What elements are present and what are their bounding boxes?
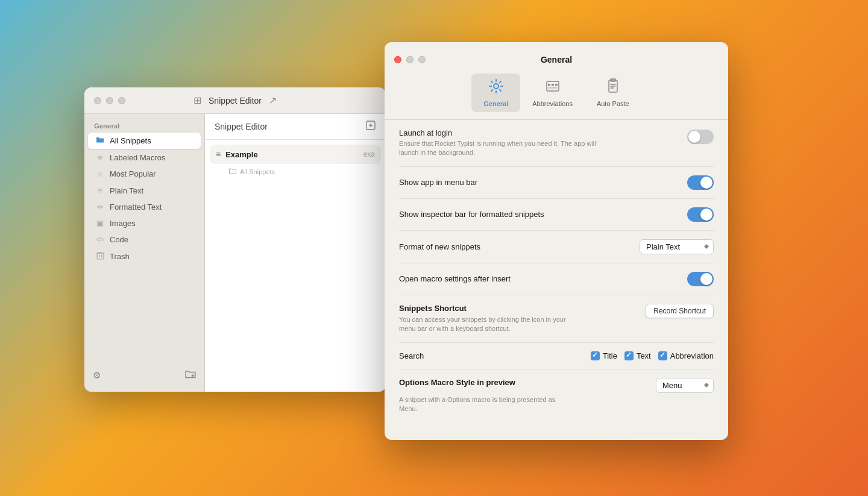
- sidebar-item-formatted-text[interactable]: ✏ Formatted Text: [88, 199, 201, 215]
- format-new-snippets-select[interactable]: Plain Text Formatted Text Code: [640, 239, 714, 254]
- format-new-snippets-label: Format of new snippets: [399, 242, 480, 251]
- launch-at-login-description: Ensure that Rocket Typist is running whe…: [399, 139, 616, 158]
- sidebar-item-labeled-macros[interactable]: ✳ Labeled Macros: [88, 150, 201, 165]
- show-inspector-bar-toggle[interactable]: [687, 207, 714, 222]
- prefs-traffic-lights: [394, 56, 426, 63]
- tag-icon: ✳: [95, 154, 105, 162]
- sidebar-item-images[interactable]: ▣ Images: [88, 216, 201, 231]
- prefs-titlebar: General: [385, 42, 728, 69]
- sidebar-item-code[interactable]: </> Code: [88, 232, 201, 247]
- sidebar-toggle-icon[interactable]: ⊞: [193, 95, 201, 106]
- options-macro-select[interactable]: Menu Inline Dropdown: [656, 378, 714, 393]
- tab-abbreviations-label: Abbreviations: [532, 100, 573, 107]
- sidebar-footer: ⚙: [84, 363, 204, 387]
- launch-at-login-toggle[interactable]: [687, 130, 714, 144]
- launch-at-login-slider: [687, 130, 714, 144]
- search-label: Search: [399, 351, 424, 360]
- prefs-close-button[interactable]: [394, 56, 401, 63]
- snippet-traffic-lights: [94, 97, 125, 104]
- sidebar-item-label-most-popular: Most Popular: [110, 169, 156, 178]
- sidebar-item-trash[interactable]: Trash: [88, 248, 201, 265]
- search-text-option[interactable]: Text: [624, 351, 651, 360]
- prefs-title: General: [541, 55, 572, 64]
- tab-abbreviations[interactable]: Abbreviations: [520, 74, 585, 112]
- format-new-snippets-row: Format of new snippets Plain Text Format…: [399, 231, 714, 263]
- star-icon: ☆: [95, 169, 105, 178]
- plain-text-icon: ≡: [95, 186, 105, 195]
- formatted-text-icon: ✏: [95, 202, 105, 212]
- snippet-item-abbr: exa: [363, 150, 375, 159]
- open-macro-settings-row: Open macro settings after insert: [399, 263, 714, 295]
- snippets-shortcut-description: You can access your snippets by clicking…: [399, 315, 568, 334]
- search-options: Title Text Abbreviation: [591, 351, 714, 360]
- snippet-editor-window: ⊞ Snippet Editor ↗ General All Snippets …: [84, 87, 386, 392]
- sidebar-item-label-formatted-text: Formatted Text: [110, 202, 162, 212]
- search-text-checkbox[interactable]: [624, 351, 634, 360]
- snippets-shortcut-label: Snippets Shortcut: [399, 304, 568, 313]
- search-title-checkbox[interactable]: [591, 351, 600, 360]
- sidebar-item-most-popular[interactable]: ☆ Most Popular: [88, 166, 201, 181]
- snippet-toolbar: Snippet Editor: [205, 114, 386, 140]
- sidebar-item-label-images: Images: [110, 219, 136, 228]
- snippet-zoom-button[interactable]: [106, 97, 113, 104]
- snippets-shortcut-row: Snippets Shortcut You can access your sn…: [399, 295, 714, 343]
- show-inspector-bar-slider: [687, 207, 714, 222]
- sidebar-item-plain-text[interactable]: ≡ Plain Text: [88, 183, 201, 198]
- trash-icon: [95, 251, 105, 262]
- record-shortcut-button[interactable]: Record Shortcut: [646, 304, 714, 318]
- launch-at-login-row: Launch at login Ensure that Rocket Typis…: [399, 120, 714, 167]
- search-title-label: Title: [603, 351, 617, 360]
- show-app-menu-bar-toggle[interactable]: [687, 175, 714, 190]
- images-icon: ▣: [95, 219, 105, 228]
- general-tab-icon: [488, 78, 504, 98]
- new-folder-icon[interactable]: [185, 369, 196, 381]
- snippet-main: Snippet Editor ≡ Example exa All Snippet…: [205, 114, 386, 392]
- snippet-editor-title: Snippet Editor: [209, 96, 262, 105]
- options-macro-label: Options Macro Style in preview: [399, 378, 515, 387]
- open-macro-settings-toggle[interactable]: [687, 272, 714, 286]
- tab-general[interactable]: General: [471, 74, 520, 112]
- snippet-expand-button[interactable]: [118, 97, 125, 104]
- settings-icon[interactable]: ⚙: [93, 370, 101, 381]
- snippets-shortcut-top: Snippets Shortcut You can access your sn…: [399, 304, 714, 334]
- new-snippet-icon[interactable]: [365, 120, 376, 133]
- prefs-minimize-button[interactable]: [406, 56, 414, 63]
- share-icon[interactable]: ↗: [269, 95, 277, 106]
- sidebar-item-label-trash: Trash: [110, 252, 130, 261]
- auto-paste-tab-icon: [605, 78, 621, 98]
- svg-rect-0: [97, 253, 104, 259]
- code-icon: </>: [95, 236, 105, 243]
- tab-auto-paste-label: Auto Paste: [597, 100, 629, 107]
- preferences-window: General General Abbrev: [385, 42, 728, 440]
- prefs-expand-button[interactable]: [418, 56, 426, 63]
- abbreviations-tab-icon: [545, 78, 561, 98]
- folder-icon: [95, 136, 105, 146]
- snippet-item-name: Example: [225, 150, 257, 159]
- launch-at-login-label-block: Launch at login Ensure that Rocket Typis…: [399, 128, 678, 158]
- snippet-item-folder-icon: [229, 168, 236, 175]
- snippet-list: ≡ Example exa All Snippets: [205, 140, 386, 183]
- snippet-editor-title-label: Snippet Editor: [215, 122, 268, 131]
- open-macro-settings-slider: [687, 272, 714, 286]
- sidebar-section-label: General: [84, 119, 204, 132]
- tab-auto-paste[interactable]: Auto Paste: [585, 74, 641, 112]
- sidebar-item-label-all-snippets: All Snippets: [110, 136, 151, 145]
- snippet-item[interactable]: ≡ Example exa: [210, 145, 381, 164]
- svg-rect-12: [552, 84, 554, 86]
- snippet-item-sub: All Snippets: [210, 165, 381, 178]
- sidebar-item-all-snippets[interactable]: All Snippets: [88, 133, 201, 149]
- svg-rect-14: [548, 87, 558, 89]
- sidebar-item-label-code: Code: [110, 235, 128, 244]
- search-abbreviation-checkbox[interactable]: [658, 351, 667, 360]
- sidebar-item-label-labeled-macros: Labeled Macros: [110, 153, 166, 162]
- show-app-menu-bar-row: Show app in menu bar: [399, 167, 714, 199]
- snippet-window-titlebar: ⊞ Snippet Editor ↗: [84, 87, 386, 114]
- snippets-shortcut-label-block: Snippets Shortcut You can access your sn…: [399, 304, 568, 334]
- svg-rect-11: [548, 84, 550, 86]
- search-abbreviation-option[interactable]: Abbreviation: [658, 351, 714, 360]
- show-app-menu-bar-label: Show app in menu bar: [399, 178, 477, 187]
- snippet-window-body: General All Snippets ✳ Labeled Macros ☆ …: [84, 114, 386, 392]
- search-title-option[interactable]: Title: [591, 351, 617, 360]
- sidebar: General All Snippets ✳ Labeled Macros ☆ …: [84, 114, 205, 392]
- snippet-minimize-button[interactable]: [94, 97, 101, 104]
